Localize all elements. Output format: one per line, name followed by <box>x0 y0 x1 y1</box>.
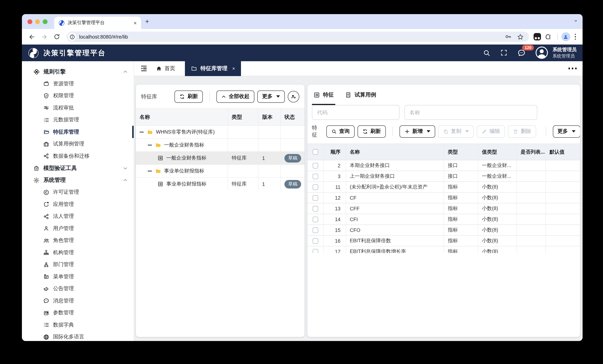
code-filter-input[interactable] <box>312 105 400 120</box>
site-info-icon[interactable] <box>68 33 76 41</box>
sidebar-item-metadata-mgmt[interactable]: 123 元数据管理 <box>22 114 134 126</box>
row-checkbox[interactable] <box>313 195 318 201</box>
sidebar-item-department-mgmt[interactable]: 部门管理 <box>22 259 134 271</box>
user-avatar[interactable] <box>535 46 548 59</box>
sidebar-item-feature-lib-mgmt[interactable]: 特征库管理 <box>22 126 134 138</box>
copy-button[interactable]: 复制 <box>438 125 474 137</box>
query-button[interactable]: 查询 <box>326 125 354 137</box>
sidebar-item-menu-mgmt[interactable]: 菜单管理 <box>22 271 134 283</box>
tree-row-selected[interactable]: 一般企业财务指标 特征库 1 草稿 <box>136 151 304 164</box>
megaphone-icon <box>40 286 52 292</box>
tree-row[interactable]: 事业单位财报指标 特征库 1 草稿 <box>136 177 304 190</box>
sidebar-item-process-approval[interactable]: 流程审批 <box>22 102 134 114</box>
table-row[interactable]: 16 EBIT利息保障倍数 指标 小数(8) <box>307 235 580 246</box>
app-header: 决策引擎管理平台 120 <box>22 45 583 61</box>
collapse-toggle-icon[interactable] <box>148 145 152 146</box>
tab-search-icon[interactable]: ⌄ <box>573 16 578 23</box>
sidebar-item-message-mgmt[interactable]: 消息管理 <box>22 295 134 307</box>
row-checkbox[interactable] <box>313 173 318 179</box>
extension-icon[interactable] <box>533 33 541 40</box>
new-tab-button[interactable]: + <box>145 18 149 25</box>
row-checkbox[interactable] <box>313 206 318 211</box>
edit-button[interactable]: 编辑 <box>476 125 505 137</box>
forward-button[interactable] <box>39 32 49 42</box>
row-checkbox[interactable] <box>313 216 318 222</box>
tab-close-icon[interactable]: × <box>134 20 137 26</box>
sidebar-item-data-backup[interactable]: 数据备份和迁移 <box>22 150 134 162</box>
table-row[interactable]: 3 上一期企业财务接口 接口 一般企业财... <box>307 171 580 182</box>
table-row[interactable]: 14 CFI 指标 小数(8) <box>307 214 580 225</box>
tree-row[interactable]: 事业单位财报指标 <box>136 164 304 177</box>
feature-detail-panel: 特征 试算用例 特征 <box>307 85 580 337</box>
row-checkbox[interactable] <box>313 163 318 168</box>
refresh-button[interactable]: 刷新 <box>357 125 386 137</box>
tree-more-button[interactable]: 更多 <box>257 90 285 102</box>
zoom-window-button[interactable] <box>43 19 47 24</box>
minimize-window-button[interactable] <box>35 19 40 24</box>
sidebar-section-rule-engine[interactable]: 规则引擎 <box>22 66 134 78</box>
table-row[interactable]: 11 (未分配利润+盈余公积)/年末总资产 指标 小数(8) <box>307 182 580 192</box>
collapse-toggle-icon[interactable] <box>139 132 144 133</box>
collapse-sidebar-button[interactable] <box>140 65 148 72</box>
row-checkbox[interactable] <box>313 227 318 233</box>
browser-window: 决策引擎管理平台 × + ⌄ localhost:8080/#/re/lib <box>22 14 583 341</box>
tree-row[interactable]: 一般企业财务指标 <box>136 138 304 151</box>
sidebar-item-announcement-mgmt[interactable]: 公告管理 <box>22 283 134 295</box>
reload-button[interactable] <box>52 32 62 42</box>
sidebar-item-legal-entity-mgmt[interactable]: 法人管理 <box>22 210 134 222</box>
sidebar-item-role-mgmt[interactable]: 角色管理 <box>22 235 134 247</box>
row-checkbox[interactable] <box>313 238 318 244</box>
home-icon <box>156 66 162 71</box>
name-filter-input[interactable] <box>404 105 537 120</box>
sidebar-item-parameter-mgmt[interactable]: 参数管理 <box>22 307 134 319</box>
row-checkbox[interactable] <box>313 249 318 253</box>
feature-more-button[interactable]: 更多 <box>553 125 580 137</box>
browser-tab[interactable]: 决策引擎管理平台 × <box>54 17 141 29</box>
browser-profile-avatar[interactable] <box>561 32 570 41</box>
sidebar-item-license-mgmt[interactable]: 许可证管理 <box>22 186 134 198</box>
tab-feature-lib-active[interactable]: 特征库管理 × <box>185 61 241 76</box>
url-text[interactable]: localhost:8080/#/re/lib <box>79 34 501 40</box>
sidebar-section-system-mgmt[interactable]: 系统管理 <box>22 174 134 186</box>
header-search-button[interactable] <box>483 49 490 57</box>
sidebar-item-permission-mgmt[interactable]: 权限管理 <box>22 90 134 102</box>
address-bar[interactable]: localhost:8080/#/re/lib <box>67 32 529 42</box>
bookmark-star-icon[interactable] <box>517 33 524 40</box>
add-button[interactable]: 新增 <box>399 125 435 137</box>
extensions-puzzle-icon[interactable] <box>543 32 553 42</box>
back-button[interactable] <box>26 32 37 42</box>
collapse-all-button[interactable]: 全部收起 <box>217 90 254 102</box>
sidebar-item-org-mgmt[interactable]: 机构管理 <box>22 247 134 259</box>
sidebar-section-model-validation[interactable]: 模型验证工具 <box>22 162 134 174</box>
sidebar-item-trial-case-mgmt[interactable]: 试算用例管理 <box>22 138 134 150</box>
browser-menu-button[interactable] <box>572 34 578 40</box>
tab-close-icon[interactable]: × <box>232 66 235 71</box>
table-row[interactable]: 13 CFF 指标 小数(8) <box>307 203 580 214</box>
close-window-button[interactable] <box>27 19 32 24</box>
tree-refresh-button[interactable]: 刷新 <box>174 90 203 102</box>
table-row[interactable]: 2 本期企业财务接口 接口 一般企业财... <box>307 160 580 171</box>
tree-row[interactable]: WHNS非零售内评(特征库) <box>136 125 304 138</box>
sidebar-item-user-mgmt[interactable]: 用户管理 <box>22 222 134 235</box>
table-row[interactable]: 15 CFO 指标 小数(8) <box>307 225 580 235</box>
user-info[interactable]: 系统管理员 系统管理员 <box>553 46 577 59</box>
collapse-toggle-icon[interactable] <box>148 171 152 171</box>
password-key-icon[interactable] <box>504 33 511 40</box>
row-checkbox[interactable] <box>313 184 318 190</box>
tab-more-button[interactable] <box>568 68 577 69</box>
table-row[interactable]: 17 EBIT利息保障倍数增长率 指标 小数(8) <box>307 246 580 253</box>
tab-features[interactable]: 特征 <box>313 85 334 105</box>
sidebar-item-data-dictionary[interactable]: 数据字典 <box>22 319 134 331</box>
sidebar-item-app-mgmt[interactable]: 应用管理 <box>22 198 134 210</box>
select-all-checkbox[interactable] <box>313 149 318 155</box>
tree-user-settings-button[interactable] <box>288 91 299 102</box>
sidebar-item-resource-mgmt[interactable]: 资源管理 <box>22 78 134 90</box>
messages-button[interactable]: 120 <box>517 49 526 57</box>
tab-trial-cases[interactable]: 试算用例 <box>345 85 376 105</box>
fullscreen-button[interactable] <box>500 49 508 57</box>
sidebar-item-i18n[interactable]: 国际化多语言 <box>22 331 134 341</box>
delete-button[interactable]: 删除 <box>508 125 536 137</box>
search-icon <box>483 49 490 57</box>
tab-home[interactable]: 首页 <box>156 65 175 72</box>
table-row[interactable]: 12 CF 指标 小数(8) <box>307 192 580 203</box>
